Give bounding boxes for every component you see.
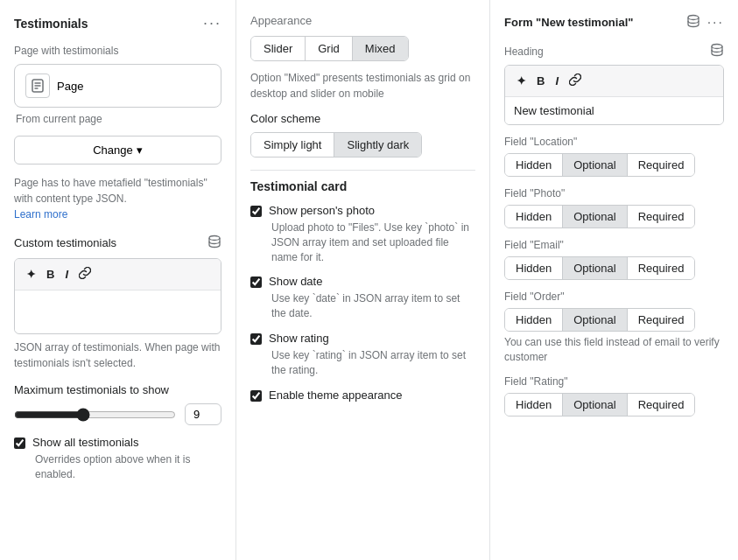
field-note-3: You can use this field instead of email … <box>504 335 724 365</box>
heading-italic-btn[interactable]: I <box>551 72 563 90</box>
field-options-0: HiddenOptionalRequired <box>504 153 695 177</box>
field-section-3: Field "Order"HiddenOptionalRequiredYou c… <box>504 290 724 365</box>
field-option-4-2[interactable]: Required <box>628 394 695 416</box>
form-title-icons: ··· <box>686 14 724 31</box>
field-option-3-1[interactable]: Optional <box>563 309 627 331</box>
right-panel: Form "New testimonial" ··· Heading ✦ <box>490 0 738 560</box>
form-title-row: Form "New testimonial" ··· <box>504 14 724 31</box>
heading-section: Heading <box>504 43 724 60</box>
card-items: Show person's photoUpload photo to "File… <box>250 204 475 402</box>
tab-slider[interactable]: Slider <box>251 37 306 60</box>
field-option-1-1[interactable]: Optional <box>563 206 627 228</box>
field-options-2: HiddenOptionalRequired <box>504 256 695 280</box>
field-option-2-2[interactable]: Required <box>628 257 695 279</box>
field-option-2-0[interactable]: Hidden <box>505 257 563 279</box>
left-more-icon[interactable]: ··· <box>203 14 221 32</box>
card-item-label-0: Show person's photo <box>269 204 375 217</box>
svg-point-5 <box>688 16 699 20</box>
card-item-label-2: Show rating <box>269 332 329 345</box>
svg-point-4 <box>209 236 220 241</box>
card-item-checkbox-2[interactable] <box>250 333 262 345</box>
toolbar-actions: ✦ B I <box>15 259 221 290</box>
field-label-2: Field "Email" <box>504 239 724 251</box>
field-section-4: Field "Rating"HiddenOptionalRequired <box>504 375 724 416</box>
heading-input-container: ✦ B I New testimonial <box>504 65 724 125</box>
field-option-0-1[interactable]: Optional <box>563 154 627 176</box>
show-all-desc: Overrides option above when it is enable… <box>35 452 221 482</box>
divider <box>250 170 475 171</box>
field-option-1-2[interactable]: Required <box>628 206 695 228</box>
field-label-0: Field "Location" <box>504 136 724 148</box>
page-icon <box>25 74 50 98</box>
field-section-2: Field "Email"HiddenOptionalRequired <box>504 239 724 280</box>
link-button[interactable] <box>74 264 95 284</box>
card-item-row-1: Show date <box>250 275 475 288</box>
card-item-checkbox-3[interactable] <box>250 390 262 402</box>
max-label: Maximum testimonials to show <box>14 383 221 396</box>
tab-grid[interactable]: Grid <box>306 37 353 60</box>
heading-link-btn[interactable] <box>565 71 586 91</box>
heading-db-icon <box>710 43 724 60</box>
italic-button[interactable]: I <box>60 265 73 284</box>
custom-db-icon <box>207 234 221 251</box>
change-button[interactable]: Change ▾ <box>14 136 221 164</box>
max-number-input[interactable] <box>185 403 221 425</box>
heading-bold-btn[interactable]: B <box>532 72 549 90</box>
field-label-3: Field "Order" <box>504 290 724 303</box>
page-section-label: Page with testimonials <box>14 45 221 57</box>
field-section-0: Field "Location"HiddenOptionalRequired <box>504 136 724 177</box>
card-item-checkbox-0[interactable] <box>250 206 262 217</box>
field-option-3-2[interactable]: Required <box>628 309 695 331</box>
card-item-desc-1: Use key `date` in JSON array item to set… <box>271 291 475 321</box>
field-option-4-0[interactable]: Hidden <box>505 394 563 416</box>
show-all-checkbox[interactable] <box>14 438 25 449</box>
bold-button[interactable]: B <box>42 265 59 284</box>
field-sections: Field "Location"HiddenOptionalRequiredFi… <box>504 136 724 416</box>
color-scheme-tabs: Simply light Slightly dark <box>250 132 422 158</box>
form-more-icon[interactable]: ··· <box>707 15 724 31</box>
card-item-row-2: Show rating <box>250 332 475 345</box>
field-option-3-0[interactable]: Hidden <box>505 309 563 331</box>
meta-info: Page has to have metafield "testimonials… <box>14 175 221 222</box>
card-item-label-1: Show date <box>269 275 322 288</box>
svg-point-6 <box>712 45 722 49</box>
field-option-0-0[interactable]: Hidden <box>505 154 563 176</box>
color-tab-light[interactable]: Simply light <box>251 133 334 157</box>
card-item-label-3: Enable theme appearance <box>269 388 403 402</box>
heading-value[interactable]: New testimonial <box>505 97 723 124</box>
tab-mixed[interactable]: Mixed <box>353 37 408 60</box>
color-scheme-label: Color scheme <box>250 112 475 125</box>
card-title: Testimonial card <box>250 179 475 193</box>
field-options-4: HiddenOptionalRequired <box>504 393 695 416</box>
card-item-row-0: Show person's photo <box>250 204 475 217</box>
show-all-row: Show all testimonials <box>14 436 221 449</box>
appearance-tabs: Slider Grid Mixed <box>250 36 409 61</box>
learn-more-link[interactable]: Learn more <box>14 208 67 220</box>
form-title: Form "New testimonial" <box>504 16 633 29</box>
card-item-checkbox-1[interactable] <box>250 276 262 288</box>
form-db-icon <box>686 14 700 31</box>
from-current-label: From current page <box>14 113 221 125</box>
custom-testimonials-header: Custom testimonials <box>14 234 221 251</box>
field-option-4-1[interactable]: Optional <box>563 394 627 416</box>
card-item-3: Enable theme appearance <box>250 388 475 402</box>
field-option-2-1[interactable]: Optional <box>563 257 627 279</box>
field-section-1: Field "Photo"HiddenOptionalRequired <box>504 187 724 228</box>
show-all-label: Show all testimonials <box>32 436 138 449</box>
appearance-label: Appearance <box>250 14 475 27</box>
custom-toolbar: ✦ B I <box>14 258 221 334</box>
sparkle-button[interactable]: ✦ <box>22 265 40 284</box>
custom-textarea[interactable] <box>15 290 221 331</box>
field-option-0-2[interactable]: Required <box>628 154 695 176</box>
field-option-1-0[interactable]: Hidden <box>505 206 563 228</box>
card-item-2: Show ratingUse key `rating` in JSON arra… <box>250 332 475 378</box>
field-options-1: HiddenOptionalRequired <box>504 205 695 228</box>
appearance-option-desc: Option "Mixed" presents testimonials as … <box>250 70 475 102</box>
heading-sparkle-btn[interactable]: ✦ <box>512 72 531 90</box>
page-name: Page <box>57 80 83 93</box>
max-slider[interactable] <box>14 408 176 422</box>
color-tab-dark[interactable]: Slightly dark <box>334 133 421 157</box>
field-options-3: HiddenOptionalRequired <box>504 308 695 332</box>
left-title: Testimonials <box>14 17 88 31</box>
field-label-1: Field "Photo" <box>504 187 724 200</box>
